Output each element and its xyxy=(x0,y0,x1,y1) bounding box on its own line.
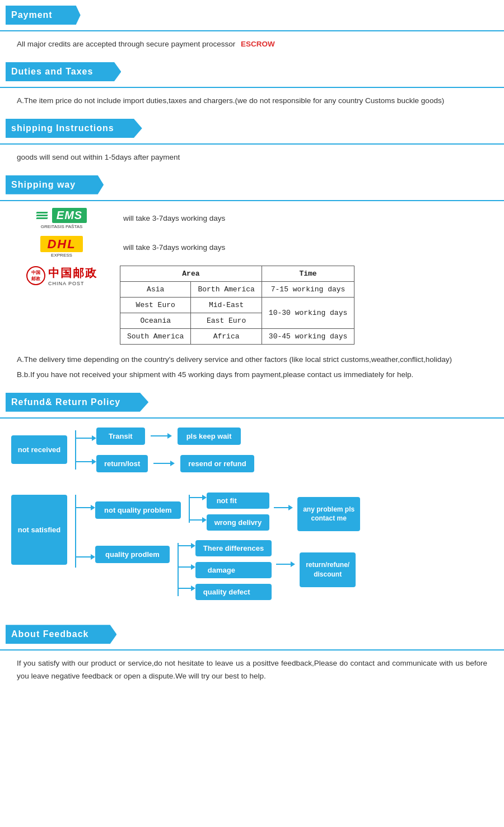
transit-row: Transit pls keep wait xyxy=(96,428,254,445)
shipping-instructions-text: goods will send out within 1-5days after… xyxy=(17,151,487,164)
wrong-delivery-box: wrong delivry xyxy=(207,514,270,531)
any-problem-box: any problem pls contact me xyxy=(297,497,360,532)
quality-defect-branch xyxy=(170,586,195,591)
dhl-logo-wrapper: DHL EXPRESS xyxy=(17,237,106,258)
qp-section: quality prodlem xyxy=(95,540,360,600)
resend-or-refund-box: resend or refund xyxy=(180,455,254,472)
not-satisfied-box: not satisfied xyxy=(11,495,67,565)
refund-section: Refund& Return Policy not received xyxy=(0,391,504,623)
quality-prodlem-box: quality prodlem xyxy=(95,546,170,563)
table-cell: West Euro xyxy=(120,297,191,313)
return-lost-box: return/lost xyxy=(96,455,148,472)
ems-logo: EMS xyxy=(52,208,87,223)
branch-connector xyxy=(67,433,96,467)
ems-days: will take 3-7days working days xyxy=(123,214,225,222)
table-cell: East Euro xyxy=(191,313,262,328)
not-satisfied-connector xyxy=(67,495,95,570)
table-header-time: Time xyxy=(262,266,354,281)
table-cell: Oceania xyxy=(120,313,191,328)
dhl-days: will take 3-7days working days xyxy=(123,243,225,252)
table-row: Asia Borth America 7-15 working days xyxy=(120,281,354,297)
svg-text:邮政: 邮政 xyxy=(31,276,41,281)
quality-defect-box: quality defect xyxy=(195,584,272,600)
table-cell: Africa xyxy=(191,328,262,344)
table-header-area: Area xyxy=(120,266,262,281)
not-fit-branch xyxy=(181,495,207,500)
chinapost-logo-wrapper: 中国 邮政 中国邮政 CHINA POST xyxy=(17,266,106,286)
return-refune-box: return/refune/ discount xyxy=(300,552,356,587)
arrow-1 xyxy=(151,433,172,439)
qp-results: There differences damage quality defect xyxy=(195,540,272,600)
pls-keep-wait-box: pls keep wait xyxy=(178,428,241,445)
not-received-block: not received xyxy=(11,428,493,472)
table-cell: 10-30 working days xyxy=(262,297,354,328)
quality-options: not quality problem xyxy=(95,489,360,601)
shipping-instructions-header: shipping Instructions xyxy=(11,123,114,133)
shipping-way-header: Shipping way xyxy=(11,180,76,190)
escrow-highlight: ESCROW xyxy=(241,40,275,48)
qp-sub-connector xyxy=(170,540,195,591)
ems-sub-text: GREITASIS PAŠTAS xyxy=(41,224,83,229)
arrow-2 xyxy=(153,461,175,466)
chinapost-icon: 中国 邮政 xyxy=(26,266,46,286)
feedback-text: If you satisfy with our product or servi… xyxy=(17,657,487,683)
table-cell: Mid-East xyxy=(191,297,262,313)
refund-header: Refund& Return Policy xyxy=(11,397,120,407)
nqp-results: not fit wrong delivry xyxy=(207,493,270,531)
table-cell: Borth America xyxy=(191,281,262,297)
return-lost-branch xyxy=(67,459,96,464)
shipping-instructions-section: shipping Instructions goods will send ou… xyxy=(0,117,504,173)
table-cell: 30-45 working days xyxy=(262,328,354,344)
there-differences-box: There differences xyxy=(195,540,272,556)
transit-options: Transit pls keep wait return/lost xyxy=(96,428,254,472)
duties-header: Duties and Taxes xyxy=(11,67,93,77)
payment-text: All major credits are accepted through s… xyxy=(17,38,487,51)
not-received-box: not received xyxy=(11,435,67,464)
damage-branch xyxy=(170,564,195,570)
not-quality-problem-box: not quality problem xyxy=(95,501,181,519)
feedback-section: About Feedback If you satisfy with our p… xyxy=(0,622,504,696)
ems-row: EMS GREITASIS PAŠTAS will take 3-7days w… xyxy=(17,208,487,229)
duties-text: A.The item price do not include import d… xyxy=(17,95,487,108)
ems-logo-wrapper: EMS GREITASIS PAŠTAS xyxy=(17,208,106,229)
damage-box: damage xyxy=(195,562,272,578)
dhl-row: DHL EXPRESS will take 3-7days working da… xyxy=(17,237,487,258)
payment-section: Payment All major credits are accepted t… xyxy=(0,0,504,60)
feedback-header: About Feedback xyxy=(11,629,88,639)
nqp-sub-connector xyxy=(181,489,207,523)
duties-section: Duties and Taxes A.The item price do not… xyxy=(0,60,504,117)
arrow-any-problem xyxy=(274,505,293,510)
dhl-sub-text: EXPRESS xyxy=(51,253,72,258)
wrong-delivery-branch xyxy=(181,517,207,523)
svg-text:中国: 中国 xyxy=(31,270,40,275)
not-satisfied-block: not satisfied not quali xyxy=(11,489,493,601)
payment-header: Payment xyxy=(11,10,53,20)
there-diff-branch xyxy=(170,543,195,549)
table-cell: South America xyxy=(120,328,191,344)
shipping-way-section: Shipping way EMS GREITASIS PAŠTAS will t… xyxy=(0,173,504,391)
table-cell: Asia xyxy=(120,281,191,297)
chinapost-sub: CHINA POST xyxy=(48,281,97,286)
transit-branch xyxy=(67,435,96,441)
shipping-note-a: A.The delivery time depending on the cou… xyxy=(17,354,487,366)
nqp-branch xyxy=(67,505,95,510)
table-row: South America Africa 30-45 working days xyxy=(120,328,354,344)
table-cell: 7-15 working days xyxy=(262,281,354,297)
dhl-logo: DHL xyxy=(40,236,82,252)
chinapost-label: 中国邮政 xyxy=(48,266,97,281)
shipping-table: Area Time Asia Borth America 7-15 workin… xyxy=(120,266,354,345)
qp-branch xyxy=(67,554,95,560)
not-fit-box: not fit xyxy=(207,493,270,509)
nqp-section: not quality problem xyxy=(95,489,360,532)
svg-point-0 xyxy=(27,267,45,285)
chinapost-row: 中国 邮政 中国邮政 CHINA POST Area Time xyxy=(17,266,487,345)
shipping-note-b: B.b.If you have not received your shipme… xyxy=(17,369,487,382)
transit-box: Transit xyxy=(96,428,145,445)
return-lost-row: return/lost resend or refund xyxy=(96,455,254,472)
arrow-return-refune xyxy=(276,561,295,567)
table-row: West Euro Mid-East 10-30 working days xyxy=(120,297,354,313)
